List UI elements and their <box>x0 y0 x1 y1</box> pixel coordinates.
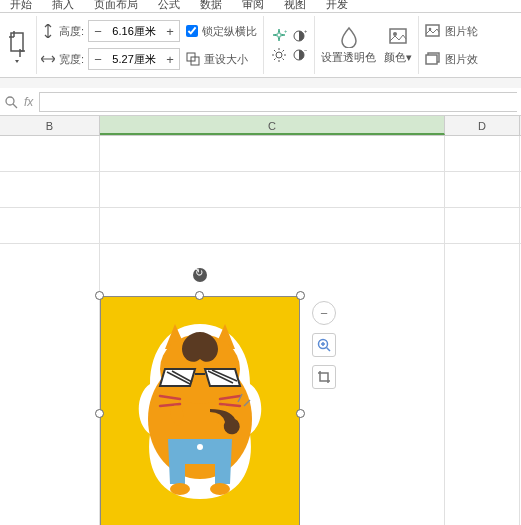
cat-illustration-icon <box>120 314 280 514</box>
contrast-plus-icon: + <box>291 28 307 44</box>
resize-handle-e[interactable] <box>296 409 305 418</box>
svg-point-18 <box>197 444 203 450</box>
tab-layout[interactable]: 页面布局 <box>84 0 148 12</box>
formula-bar: fx <box>0 88 521 116</box>
lock-ratio-input[interactable] <box>186 25 198 37</box>
border-icon <box>425 23 441 39</box>
svg-rect-0 <box>11 33 23 51</box>
lock-reset-group: 锁定纵横比 重设大小 <box>184 17 259 73</box>
tab-formula[interactable]: 公式 <box>148 0 190 12</box>
ribbon: 高度: − + 宽度: − + 锁定纵横比 重设大小 <box>0 13 521 78</box>
col-header-b[interactable]: B <box>0 116 100 135</box>
height-label: 高度: <box>59 24 84 39</box>
svg-text:−: − <box>304 47 307 53</box>
lock-ratio-label: 锁定纵横比 <box>202 24 257 39</box>
sun-icon <box>271 47 287 63</box>
color-button[interactable]: 颜色▾ <box>382 17 414 73</box>
width-label: 宽度: <box>59 52 84 67</box>
contrast-minus-icon: − <box>291 47 307 63</box>
rotate-handle[interactable] <box>193 268 207 282</box>
width-minus-button[interactable]: − <box>89 49 107 69</box>
droplet-icon <box>338 26 360 48</box>
color-icon <box>387 26 409 48</box>
spreadsheet-grid[interactable]: B C D <box>0 116 521 525</box>
zoom-icon[interactable] <box>4 95 18 109</box>
svg-text:+: + <box>304 28 307 34</box>
svg-rect-11 <box>426 25 439 36</box>
height-input[interactable] <box>107 21 161 41</box>
zoom-in-button[interactable] <box>312 333 336 357</box>
resize-handle-n[interactable] <box>195 291 204 300</box>
menu-tabs: 开始 插入 页面布局 公式 数据 审阅 视图 开发 <box>0 0 521 13</box>
crop-tool[interactable] <box>2 17 32 73</box>
selected-image[interactable] <box>100 296 300 525</box>
image-float-toolbar: − <box>312 301 336 389</box>
pic-effect-button[interactable]: 图片效 <box>425 46 478 72</box>
width-input[interactable] <box>107 49 161 69</box>
height-minus-button[interactable]: − <box>89 21 107 41</box>
svg-rect-14 <box>426 55 437 64</box>
height-icon <box>41 24 55 38</box>
zoom-out-button[interactable]: − <box>312 301 336 325</box>
width-icon <box>41 52 55 66</box>
height-spinner[interactable]: − + <box>88 20 180 42</box>
tab-view[interactable]: 视图 <box>274 0 316 12</box>
effect-icon <box>425 51 441 67</box>
crop-float-button[interactable] <box>312 365 336 389</box>
svg-point-6 <box>276 52 282 58</box>
tab-data[interactable]: 数据 <box>190 0 232 12</box>
pic-border-label: 图片轮 <box>445 24 478 39</box>
set-transparent-button[interactable]: 设置透明色 <box>319 17 378 73</box>
tab-review[interactable]: 审阅 <box>232 0 274 12</box>
col-header-d[interactable]: D <box>445 116 520 135</box>
image-content[interactable] <box>100 296 300 525</box>
tab-start[interactable]: 开始 <box>0 0 42 12</box>
reset-size-button[interactable]: 重设大小 <box>184 46 259 72</box>
col-header-c[interactable]: C <box>100 116 445 135</box>
resize-handle-ne[interactable] <box>296 291 305 300</box>
svg-point-15 <box>6 97 14 105</box>
magnify-plus-icon <box>317 338 331 352</box>
svg-text:+: + <box>284 28 287 34</box>
set-transparent-label: 设置透明色 <box>321 50 376 65</box>
width-spinner[interactable]: − + <box>88 48 180 70</box>
column-headers: B C D <box>0 116 521 136</box>
color-label: 颜色▾ <box>384 50 412 65</box>
sparkle-icon: + <box>271 28 287 44</box>
pic-effect-label: 图片效 <box>445 52 478 67</box>
height-plus-button[interactable]: + <box>161 21 179 41</box>
resize-handle-w[interactable] <box>95 409 104 418</box>
fx-label: fx <box>24 95 33 109</box>
resize-handle-nw[interactable] <box>95 291 104 300</box>
formula-input[interactable] <box>39 92 517 112</box>
width-plus-button[interactable]: + <box>161 49 179 69</box>
reset-size-label: 重设大小 <box>204 52 248 67</box>
size-group: 高度: − + 宽度: − + <box>41 17 180 73</box>
lock-ratio-checkbox[interactable]: 锁定纵横比 <box>184 18 259 44</box>
pic-style-group: 图片轮 图片效 <box>423 17 478 73</box>
crop-icon <box>317 370 331 384</box>
tab-insert[interactable]: 插入 <box>42 0 84 12</box>
tab-dev[interactable]: 开发 <box>316 0 358 12</box>
pic-border-button[interactable]: 图片轮 <box>425 18 478 44</box>
brightness-group[interactable]: + + − <box>268 17 310 73</box>
